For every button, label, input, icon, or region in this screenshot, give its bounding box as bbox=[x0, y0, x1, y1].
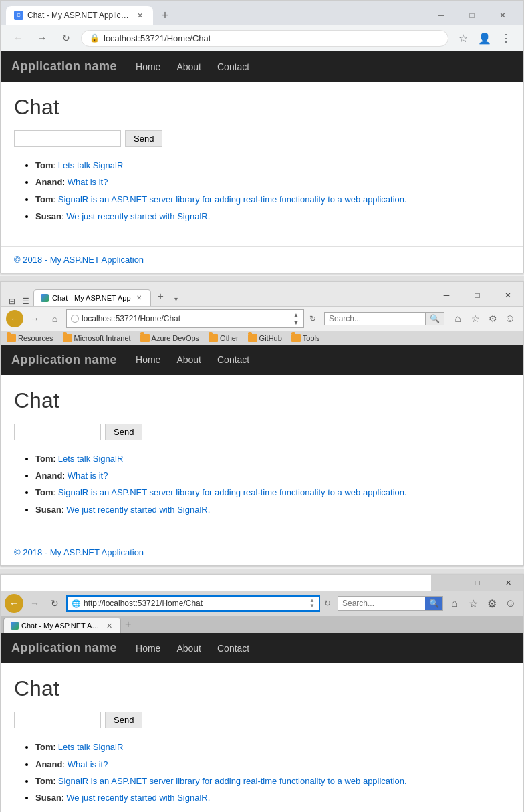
firefox-smiley-icon[interactable]: ☺ bbox=[502, 595, 519, 612]
chat-sender: Anand bbox=[35, 470, 62, 481]
edge-maximize-btn[interactable]: □ bbox=[462, 285, 493, 306]
chrome-menu-btn[interactable]: ⋮ bbox=[497, 29, 515, 47]
edge-globe-icon bbox=[71, 315, 79, 323]
edge-refresh-btn[interactable]: ↻ bbox=[307, 314, 319, 323]
edge-close-btn[interactable]: ✕ bbox=[493, 285, 523, 306]
chat-sender: Tom bbox=[35, 160, 53, 170]
firefox-maximize-btn[interactable]: □ bbox=[462, 575, 493, 591]
edge-active-tab[interactable]: Chat - My ASP.NET App ✕ bbox=[33, 289, 151, 306]
firefox-app-brand: Application name bbox=[11, 641, 117, 655]
edge-nav-contact[interactable]: Contact bbox=[215, 353, 252, 366]
chrome-tab-close-btn[interactable]: ✕ bbox=[134, 10, 145, 21]
edge-chat-input[interactable] bbox=[14, 424, 101, 440]
list-item: Susan: We just recently started with Sig… bbox=[35, 209, 510, 224]
edge-bookmark-other[interactable]: Other bbox=[207, 333, 241, 343]
chrome-app-brand: Application name bbox=[11, 59, 117, 74]
chrome-chat-title: Chat bbox=[14, 95, 510, 120]
edge-bookmark-resources-label: Resources bbox=[18, 334, 53, 342]
chat-message: We just recently started with SignalR. bbox=[66, 793, 210, 803]
chrome-star-btn[interactable]: ☆ bbox=[454, 29, 473, 47]
edge-search-area[interactable]: 🔍 bbox=[324, 312, 444, 325]
firefox-search-input[interactable] bbox=[338, 597, 425, 610]
edge-back-btn[interactable]: ← bbox=[6, 310, 23, 327]
chrome-nav-home[interactable]: Home bbox=[133, 60, 163, 74]
edge-tab-favicon bbox=[41, 294, 49, 302]
chrome-forward-btn[interactable]: → bbox=[33, 29, 51, 47]
chrome-close-btn[interactable]: ✕ bbox=[487, 6, 518, 25]
edge-tab-area: ⊟ ☰ Chat - My ASP.NET App ✕ + ▾ bbox=[1, 285, 431, 306]
chrome-nav-contact[interactable]: Contact bbox=[215, 60, 252, 74]
edge-bookmark-github[interactable]: GitHub bbox=[246, 333, 284, 343]
list-item: Anand: What is it? bbox=[35, 757, 510, 772]
list-item: Tom: Lets talk SignalR bbox=[35, 739, 510, 755]
edge-window-controls: ─ □ ✕ bbox=[431, 285, 523, 306]
edge-url-arrows: ▲▼ bbox=[293, 311, 299, 326]
firefox-back-btn[interactable]: ← bbox=[5, 594, 23, 613]
edge-nav-about[interactable]: About bbox=[174, 353, 204, 366]
edge-bookmark-azure-label: Azure DevOps bbox=[152, 334, 200, 342]
firefox-nav-about[interactable]: About bbox=[174, 642, 204, 655]
edge-nav-home[interactable]: Home bbox=[133, 353, 163, 366]
chrome-new-tab-btn[interactable]: + bbox=[156, 6, 174, 25]
chat-message: We just recently started with SignalR. bbox=[66, 505, 210, 515]
edge-search-btn[interactable]: 🔍 bbox=[425, 313, 444, 325]
bookmark-folder-icon bbox=[209, 334, 218, 342]
chrome-send-button[interactable]: Send bbox=[125, 130, 162, 147]
edge-toolbar-home[interactable]: ⌂ bbox=[450, 311, 466, 327]
edge-forward-btn[interactable]: → bbox=[26, 310, 43, 327]
chrome-footer-link[interactable]: © 2018 - My ASP.NET Application bbox=[14, 255, 144, 265]
edge-url-bar[interactable]: localhost:53721/Home/Chat ▲▼ bbox=[66, 309, 304, 328]
firefox-url-bar[interactable]: 🌐 http://localhost:53721/Home/Chat ▲▼ bbox=[66, 595, 320, 612]
firefox-nav-home[interactable]: Home bbox=[133, 642, 163, 655]
edge-toolbar-smiley[interactable]: ☺ bbox=[502, 311, 518, 327]
firefox-tab-close-btn[interactable]: ✕ bbox=[104, 621, 114, 630]
firefox-reload-btn[interactable]: ↻ bbox=[46, 595, 63, 612]
firefox-search-button[interactable]: 🔍 bbox=[425, 597, 442, 610]
edge-bookmark-tools[interactable]: Tools bbox=[289, 333, 322, 343]
edge-browser: ⊟ ☰ Chat - My ASP.NET App ✕ + ▾ ─ □ ✕ ← … bbox=[0, 281, 524, 567]
edge-sidebar-btn[interactable]: ⊟ bbox=[6, 294, 18, 306]
chrome-minimize-btn[interactable]: ─ bbox=[426, 6, 456, 25]
edge-footer-link[interactable]: © 2018 - My ASP.NET Application bbox=[14, 547, 144, 557]
chrome-chat-input[interactable] bbox=[14, 130, 121, 147]
edge-bookmark-azure[interactable]: Azure DevOps bbox=[138, 333, 202, 343]
edge-toolbar-gear[interactable]: ⚙ bbox=[485, 311, 501, 327]
edge-home-btn[interactable]: ⌂ bbox=[46, 310, 63, 327]
firefox-minimize-btn[interactable]: ─ bbox=[431, 575, 462, 591]
firefox-url-refresh[interactable]: ↻ bbox=[323, 599, 332, 608]
firefox-close-btn[interactable]: ✕ bbox=[493, 575, 523, 591]
edge-bookmark-resources[interactable]: Resources bbox=[5, 333, 55, 343]
firefox-forward-btn[interactable]: → bbox=[26, 595, 43, 612]
firefox-star-icon[interactable]: ☆ bbox=[465, 595, 482, 612]
edge-new-tab-btn[interactable]: + bbox=[152, 287, 169, 306]
chrome-account-btn[interactable]: 👤 bbox=[475, 29, 494, 47]
edge-bookmark-msft[interactable]: Microsoft Intranet bbox=[61, 333, 133, 343]
chrome-window-controls: ─ □ ✕ bbox=[426, 6, 518, 25]
firefox-send-button[interactable]: Send bbox=[105, 712, 142, 728]
chrome-nav-about[interactable]: About bbox=[174, 60, 204, 74]
firefox-search-box[interactable]: 🔍 bbox=[338, 596, 443, 611]
edge-addressbar: ← → ⌂ localhost:53721/Home/Chat ▲▼ ↻ 🔍 ⌂… bbox=[1, 306, 523, 331]
edge-sidebar2-btn[interactable]: ☰ bbox=[19, 294, 32, 306]
bookmark-folder-icon bbox=[248, 334, 257, 342]
edge-app-navbar: Application name Home About Contact bbox=[1, 345, 523, 375]
firefox-url-text: http://localhost:53721/Home/Chat bbox=[84, 599, 307, 608]
edge-minimize-btn[interactable]: ─ bbox=[431, 285, 462, 306]
edge-search-input[interactable] bbox=[325, 313, 425, 325]
edge-tab-close-btn[interactable]: ✕ bbox=[134, 293, 144, 303]
chrome-active-tab[interactable]: C Chat - My ASP.NET Application ✕ bbox=[6, 6, 153, 25]
edge-send-button[interactable]: Send bbox=[105, 424, 142, 440]
firefox-gear-icon[interactable]: ⚙ bbox=[483, 595, 501, 612]
firefox-active-tab[interactable]: Chat - My ASP.NET Applica... ✕ bbox=[3, 618, 121, 633]
firefox-new-tab-btn[interactable]: + bbox=[121, 616, 135, 633]
chrome-back-btn[interactable]: ← bbox=[9, 29, 27, 47]
chrome-url-bar[interactable]: 🔒 localhost:53721/Home/Chat bbox=[81, 30, 448, 47]
firefox-chat-input[interactable] bbox=[14, 712, 101, 728]
firefox-home-icon[interactable]: ⌂ bbox=[446, 595, 463, 612]
separator-2 bbox=[0, 569, 524, 574]
chrome-reload-btn[interactable]: ↻ bbox=[57, 29, 76, 47]
edge-toolbar-star[interactable]: ☆ bbox=[467, 311, 483, 327]
firefox-nav-contact[interactable]: Contact bbox=[215, 642, 252, 655]
chrome-maximize-btn[interactable]: □ bbox=[456, 6, 487, 25]
edge-tab-list-btn[interactable]: ▾ bbox=[170, 292, 182, 306]
